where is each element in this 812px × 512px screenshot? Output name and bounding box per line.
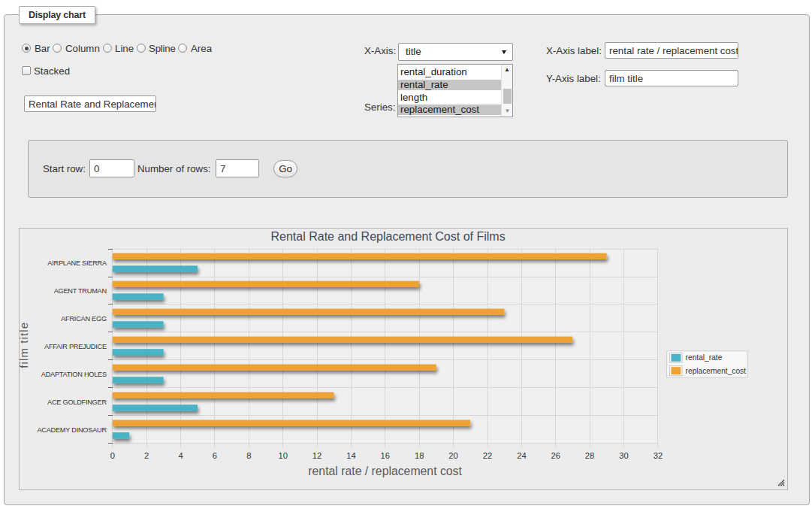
svg-text:AGENT TRUMAN: AGENT TRUMAN: [54, 287, 107, 295]
svg-text:24: 24: [518, 451, 527, 460]
svg-text:ACADEMY DINOSAUR: ACADEMY DINOSAUR: [38, 426, 107, 434]
svg-text:22: 22: [483, 451, 492, 460]
svg-text:28: 28: [585, 451, 594, 460]
svg-text:26: 26: [551, 451, 560, 460]
svg-text:Rental Rate and Replacement Co: Rental Rate and Replacement Cost of Film…: [271, 230, 506, 243]
svg-text:AFFAIR PREJUDICE: AFFAIR PREJUDICE: [44, 343, 107, 350]
svg-text:8: 8: [247, 451, 252, 460]
svg-text:32: 32: [654, 451, 663, 460]
svg-text:0: 0: [110, 451, 115, 460]
svg-text:30: 30: [620, 451, 629, 460]
svg-text:film title: film title: [19, 322, 30, 368]
svg-text:rental rate / replacement cost: rental rate / replacement cost: [309, 465, 463, 477]
svg-text:2: 2: [144, 451, 149, 460]
svg-text:ADAPTATION HOLES: ADAPTATION HOLES: [41, 371, 107, 378]
svg-text:20: 20: [449, 451, 458, 460]
svg-text:rental_rate: rental_rate: [686, 353, 723, 362]
svg-text:AFRICAN EGG: AFRICAN EGG: [62, 315, 107, 323]
svg-text:AIRPLANE SIERRA: AIRPLANE SIERRA: [48, 259, 108, 267]
svg-text:12: 12: [312, 451, 321, 460]
svg-text:6: 6: [213, 451, 217, 460]
svg-text:18: 18: [415, 451, 424, 460]
svg-text:ACE GOLDFINGER: ACE GOLDFINGER: [47, 398, 107, 406]
svg-text:10: 10: [279, 451, 288, 460]
svg-text:16: 16: [381, 451, 390, 460]
svg-text:4: 4: [179, 451, 183, 460]
svg-text:replacement_cost: replacement_cost: [686, 367, 747, 375]
svg-text:14: 14: [347, 451, 356, 460]
